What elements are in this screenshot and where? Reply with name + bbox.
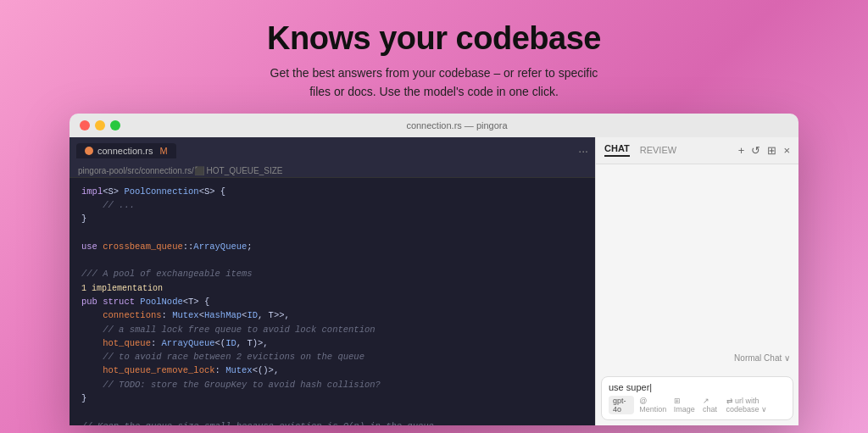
image-action[interactable]: ⊞ Image	[674, 397, 698, 414]
chat-header: CHAT REVIEW + ↺ ⊞ ×	[596, 137, 798, 164]
model-badge[interactable]: gpt-4o	[609, 396, 634, 414]
hero-section: Knows your codebase Get the best answers…	[250, 0, 618, 114]
editor-tab[interactable]: connection.rs M	[76, 143, 176, 158]
tab-review[interactable]: REVIEW	[640, 145, 676, 155]
tab-modified: M	[159, 146, 167, 156]
back-icon[interactable]: ↺	[751, 144, 760, 157]
tab-file-icon	[85, 147, 93, 155]
traffic-light-yellow[interactable]	[95, 120, 105, 130]
close-icon[interactable]: ×	[783, 144, 790, 157]
title-bar: connection.rs — pingora	[70, 114, 798, 137]
options-icon[interactable]: ⊞	[767, 144, 776, 157]
tab-chat[interactable]: CHAT	[604, 143, 630, 157]
chat-panel: CHAT REVIEW + ↺ ⊞ × Normal Chat ∨ use su…	[595, 137, 798, 425]
chat-mode-label[interactable]: Normal Chat ∨	[604, 353, 790, 363]
codebase-action[interactable]: ⇄ url with codebase ∨	[726, 397, 786, 414]
editor-code: impl<S> PoolConnection<S> { // ... } use…	[70, 178, 595, 425]
subtitle-line1: Get the best answers from your codebase …	[270, 66, 598, 80]
editor-panel: connection.rs M ··· pingora-pool/src/con…	[70, 137, 595, 425]
hero-subtitle: Get the best answers from your codebase …	[267, 64, 601, 102]
traffic-light-green[interactable]	[110, 120, 120, 130]
chat-input-actions: gpt-4o @ Mention ⊞ Image ↗ chat ⇄ url wi…	[609, 396, 786, 414]
mention-action[interactable]: @ Mention	[639, 397, 669, 414]
tab-options-icon[interactable]: ···	[578, 144, 588, 158]
editor-breadcrumb: pingora-pool/src/connection.rs/⬛ HOT_QUE…	[70, 164, 595, 178]
chat-input-text[interactable]: use super|	[609, 382, 786, 392]
breadcrumb-text: pingora-pool/src/connection.rs/⬛ HOT_QUE…	[78, 166, 283, 175]
chat-actions-right: ↗ chat ⇄ url with codebase ∨	[703, 397, 786, 414]
tab-filename: connection.rs	[97, 146, 153, 156]
add-icon[interactable]: +	[738, 144, 745, 157]
editor-tab-bar: connection.rs M ···	[70, 137, 595, 164]
traffic-light-red[interactable]	[80, 120, 90, 130]
hero-title: Knows your codebase	[267, 20, 601, 57]
window-content: connection.rs M ··· pingora-pool/src/con…	[70, 137, 798, 425]
chat-body: Normal Chat ∨	[596, 164, 798, 373]
chat-header-actions: + ↺ ⊞ ×	[738, 144, 790, 157]
chat-send-action[interactable]: ↗ chat	[703, 397, 721, 414]
app-window: connection.rs — pingora connection.rs M …	[70, 114, 798, 425]
chat-input-area[interactable]: use super| gpt-4o @ Mention ⊞ Image ↗ ch…	[601, 376, 793, 420]
subtitle-line2: files or docs. Use the model's code in o…	[309, 85, 559, 98]
window-title: connection.rs — pingora	[125, 120, 788, 130]
